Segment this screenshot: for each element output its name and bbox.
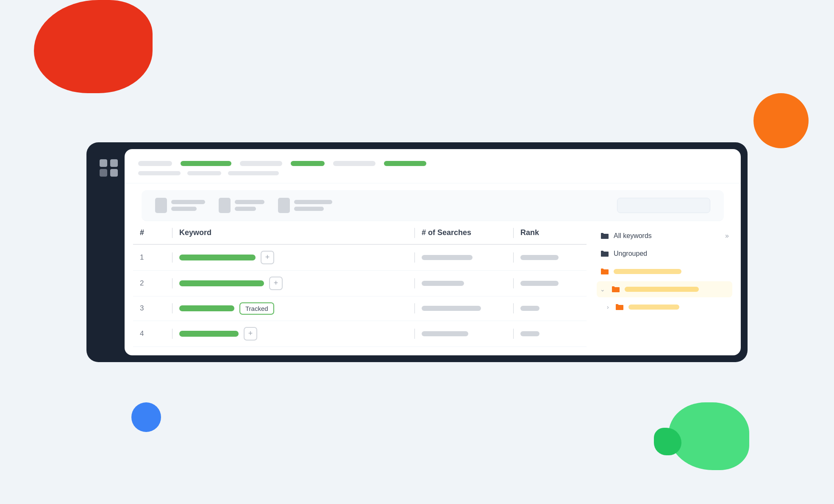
row-num-2: 2 [140,279,165,288]
tracked-badge: Tracked [239,302,274,315]
nav-tab-6[interactable] [384,161,426,166]
col-divider-1 [172,228,172,238]
toolbar-text-2 [235,200,264,211]
row-keyword-cell-3: Tracked [179,302,408,315]
main-card: # Keyword # of Searches Rank 1 + [86,142,748,362]
decorative-blob-blue [131,402,161,432]
nav-sub-2 [187,171,221,175]
nav-sub-1 [138,171,181,175]
logo-square-3 [100,169,107,177]
searches-bar-4 [422,331,468,336]
table-row: 3 Tracked [133,296,587,321]
row-keyword-cell-1: + [179,251,408,264]
group-label-bar-1 [614,269,681,274]
folder-dark-icon [600,232,609,240]
nav-tab-1[interactable] [138,161,172,166]
group-label-bar-2 [625,287,699,292]
toolbar-text-line-5 [294,200,332,204]
toolbar-text-3 [294,200,332,211]
row-searches-cell-4 [422,331,506,336]
row-divider-5 [414,278,415,288]
nav-tab-4[interactable] [291,161,325,166]
row-rank-cell-4 [520,331,580,336]
table-header: # Keyword # of Searches Rank [133,228,587,245]
col-divider-2 [414,228,415,238]
decorative-blob-red [34,0,153,93]
row-keyword-cell-4: + [179,327,408,341]
add-button-2[interactable]: + [269,277,283,290]
toolbar-text-line-6 [294,207,324,211]
nav-tabs-row [138,161,727,166]
expand-chevron-icon: ⌄ [600,286,605,293]
panel-item-group-2[interactable]: ⌄ [597,281,732,297]
row-rank-cell-2 [520,281,580,286]
ungrouped-label: Ungrouped [614,250,647,258]
searches-bar-3 [422,306,481,311]
toolbar-icon-1 [155,198,167,213]
logo-square-4 [110,169,118,177]
toolbar-item-3 [278,198,332,213]
row-searches-cell-1 [422,255,506,260]
toolbar-text-1 [171,200,205,211]
logo-square-1 [100,159,107,167]
row-divider-1 [172,252,172,263]
keyword-bar-3 [179,305,234,311]
row-divider-2 [414,252,415,263]
table-row: 2 + [133,271,587,296]
rank-bar-3 [520,306,539,311]
panel-item-group-3[interactable]: › [597,299,732,315]
searches-bar-2 [422,281,464,286]
row-divider-3 [513,252,514,263]
panel-item-all-keywords[interactable]: All keywords » [597,228,732,244]
row-divider-10 [172,329,172,339]
nav-tab-3[interactable] [240,161,282,166]
toolbar-text-line-2 [171,207,197,211]
searches-bar-1 [422,255,473,260]
row-divider-4 [172,278,172,288]
nav-subtitle-row [138,171,727,175]
main-content-area: # Keyword # of Searches Rank 1 + [125,149,741,355]
add-button-4[interactable]: + [244,327,257,341]
row-divider-8 [414,303,415,313]
toolbar-icon-2 [219,198,231,213]
keyword-sidebar-panel: All keywords » Ungrouped [597,228,732,347]
toolbar [142,190,724,221]
toolbar-text-line-4 [235,207,256,211]
table-row: 1 + [133,245,587,271]
toolbar-text-line-3 [235,200,264,204]
decorative-blob-green-large [669,402,749,470]
panel-item-group-1[interactable] [597,263,732,280]
row-searches-cell-2 [422,281,506,286]
row-searches-cell-3 [422,306,506,311]
toolbar-item-1 [155,198,205,213]
keyword-table: # Keyword # of Searches Rank 1 + [133,228,587,347]
decorative-blob-green-small [654,428,681,455]
nav-tab-5[interactable] [333,161,375,166]
row-rank-cell-3 [520,306,580,311]
toolbar-text-line-1 [171,200,205,204]
table-container: # Keyword # of Searches Rank 1 + [125,228,741,355]
double-chevron-icon: » [725,232,729,240]
folder-dark-icon-2 [600,250,609,258]
row-num-1: 1 [140,253,165,262]
nav-tab-2[interactable] [181,161,231,166]
row-divider-12 [513,329,514,339]
logo-square-2 [110,159,118,167]
nav-sub-3 [228,171,279,175]
panel-item-ungrouped[interactable]: Ungrouped [597,246,732,262]
toolbar-search[interactable] [617,198,710,213]
folder-orange-icon-3 [615,303,624,311]
row-divider-7 [172,303,172,313]
rank-bar-1 [520,255,559,260]
row-divider-11 [414,329,415,339]
toolbar-icon-3 [278,198,290,213]
add-button-1[interactable]: + [261,251,274,264]
rank-bar-2 [520,281,559,286]
row-rank-cell-1 [520,255,580,260]
keyword-bar-4 [179,331,239,337]
col-header-rank: Rank [520,228,580,237]
row-divider-9 [513,303,514,313]
keyword-bar-2 [179,280,264,286]
row-num-3: 3 [140,304,165,313]
row-divider-6 [513,278,514,288]
